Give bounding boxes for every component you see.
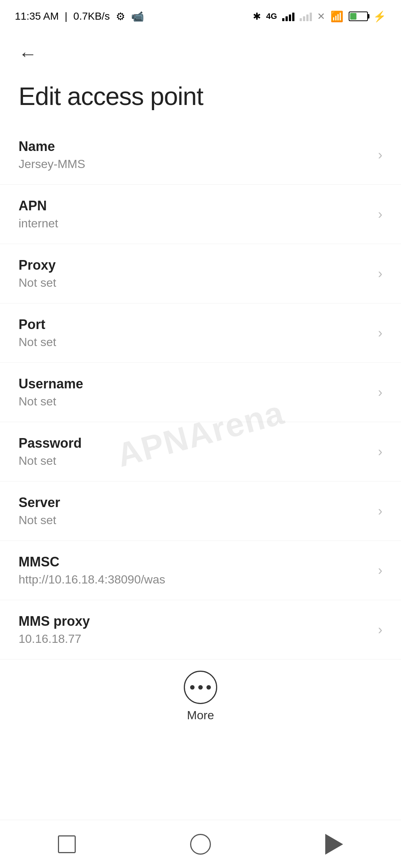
back-nav-icon bbox=[325, 834, 343, 855]
settings-icon: ⚙ bbox=[116, 10, 125, 23]
settings-item-mms-proxy-content: MMS proxy 10.16.18.77 bbox=[19, 614, 371, 646]
settings-item-username-content: Username Not set bbox=[19, 376, 371, 408]
charging-icon: ⚡ bbox=[373, 10, 386, 23]
chevron-right-icon: › bbox=[378, 207, 382, 222]
chevron-right-icon: › bbox=[378, 147, 382, 163]
bottom-navigation bbox=[0, 820, 401, 868]
settings-item-mms-proxy[interactable]: MMS proxy 10.16.18.77 › bbox=[0, 600, 401, 660]
settings-item-name[interactable]: Name Jersey-MMS › bbox=[0, 125, 401, 185]
recent-apps-icon bbox=[58, 835, 76, 853]
chevron-right-icon: › bbox=[378, 385, 382, 400]
network-speed: 0.7KB/s bbox=[74, 10, 110, 22]
settings-item-proxy[interactable]: Proxy Not set › bbox=[0, 244, 401, 303]
status-right: ✱ 4G ✕ 📶 ⚡ bbox=[253, 10, 386, 23]
settings-item-password-label: Password bbox=[19, 435, 371, 451]
chevron-right-icon: › bbox=[378, 266, 382, 282]
more-circle-icon bbox=[184, 671, 217, 704]
settings-item-server-label: Server bbox=[19, 495, 371, 510]
bluetooth-icon: ✱ bbox=[253, 11, 261, 22]
more-label: More bbox=[187, 708, 214, 722]
nav-recent-apps-button[interactable] bbox=[45, 829, 89, 859]
settings-item-server-content: Server Not set bbox=[19, 495, 371, 527]
signal-bars-2 bbox=[300, 11, 312, 21]
settings-item-mmsc-value: http://10.16.18.4:38090/was bbox=[19, 573, 371, 586]
network-4g-icon: 4G bbox=[266, 11, 277, 21]
nav-back-button[interactable] bbox=[312, 829, 356, 859]
back-arrow-icon: ← bbox=[19, 45, 37, 63]
battery-indicator bbox=[349, 11, 368, 21]
settings-item-port-value: Not set bbox=[19, 335, 371, 349]
back-navigation: ← bbox=[0, 30, 401, 74]
dot-2 bbox=[198, 685, 203, 690]
settings-item-apn-label: APN bbox=[19, 198, 371, 214]
no-signal-icon: ✕ bbox=[317, 11, 325, 22]
chevron-right-icon: › bbox=[378, 503, 382, 519]
camera-icon: 📹 bbox=[131, 10, 144, 23]
nav-home-button[interactable] bbox=[178, 829, 223, 859]
settings-item-mmsc[interactable]: MMSC http://10.16.18.4:38090/was › bbox=[0, 541, 401, 600]
settings-item-name-content: Name Jersey-MMS bbox=[19, 139, 371, 171]
settings-item-mmsc-content: MMSC http://10.16.18.4:38090/was bbox=[19, 554, 371, 586]
settings-item-username[interactable]: Username Not set › bbox=[0, 363, 401, 422]
settings-item-password-value: Not set bbox=[19, 454, 371, 468]
settings-item-server-value: Not set bbox=[19, 513, 371, 527]
battery-fill bbox=[350, 13, 356, 20]
signal-bars-1 bbox=[282, 11, 294, 21]
settings-item-proxy-content: Proxy Not set bbox=[19, 257, 371, 290]
more-dots-icon bbox=[190, 685, 211, 690]
settings-item-proxy-label: Proxy bbox=[19, 257, 371, 273]
chevron-right-icon: › bbox=[378, 325, 382, 341]
settings-item-server[interactable]: Server Not set › bbox=[0, 481, 401, 541]
settings-item-proxy-value: Not set bbox=[19, 276, 371, 290]
dot-1 bbox=[190, 685, 195, 690]
page-title: Edit access point bbox=[0, 74, 401, 125]
speed-display: | bbox=[65, 10, 67, 22]
dot-3 bbox=[206, 685, 211, 690]
back-button[interactable]: ← bbox=[15, 41, 41, 67]
settings-item-mmsc-label: MMSC bbox=[19, 554, 371, 570]
settings-item-port-label: Port bbox=[19, 317, 371, 332]
settings-item-mms-proxy-label: MMS proxy bbox=[19, 614, 371, 629]
wifi-icon: 📶 bbox=[330, 10, 343, 23]
settings-item-name-label: Name bbox=[19, 139, 371, 154]
settings-item-apn-content: APN internet bbox=[19, 198, 371, 230]
status-bar: 11:35 AM | 0.7KB/s ⚙ 📹 ✱ 4G ✕ 📶 ⚡ bbox=[0, 0, 401, 30]
settings-item-password-content: Password Not set bbox=[19, 435, 371, 468]
settings-item-apn[interactable]: APN internet › bbox=[0, 185, 401, 244]
settings-item-port[interactable]: Port Not set › bbox=[0, 303, 401, 363]
status-left: 11:35 AM | 0.7KB/s ⚙ 📹 bbox=[15, 10, 144, 23]
chevron-right-icon: › bbox=[378, 622, 382, 638]
time-display: 11:35 AM bbox=[15, 10, 59, 22]
settings-item-name-value: Jersey-MMS bbox=[19, 157, 371, 171]
settings-item-apn-value: internet bbox=[19, 217, 371, 230]
more-button[interactable]: More bbox=[0, 660, 401, 730]
home-icon bbox=[190, 834, 211, 855]
settings-item-port-content: Port Not set bbox=[19, 317, 371, 349]
settings-item-username-value: Not set bbox=[19, 395, 371, 408]
chevron-right-icon: › bbox=[378, 563, 382, 578]
chevron-right-icon: › bbox=[378, 444, 382, 460]
settings-item-username-label: Username bbox=[19, 376, 371, 392]
settings-list: Name Jersey-MMS › APN internet › Proxy N… bbox=[0, 125, 401, 660]
settings-item-mms-proxy-value: 10.16.18.77 bbox=[19, 632, 371, 646]
settings-item-password[interactable]: Password Not set › bbox=[0, 422, 401, 481]
